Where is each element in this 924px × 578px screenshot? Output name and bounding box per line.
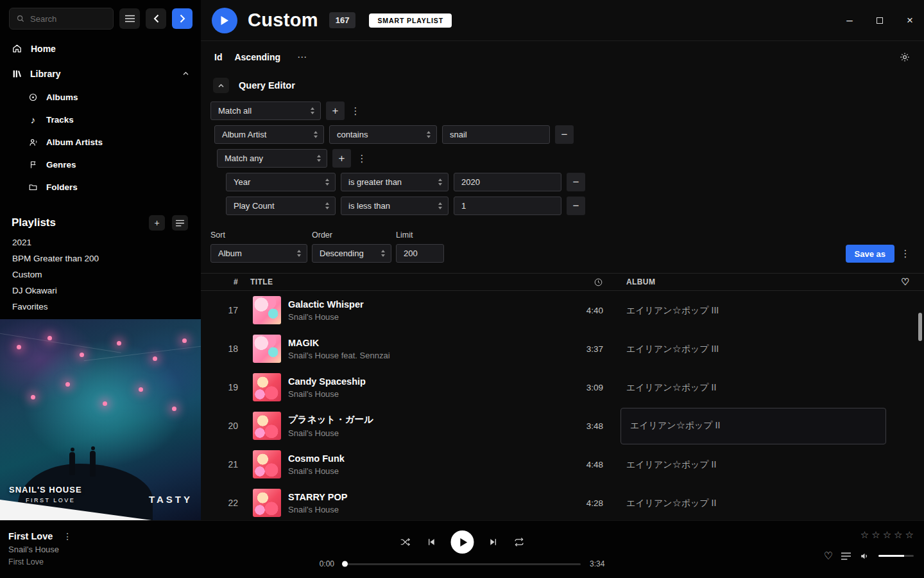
sidebar-item-album-artists[interactable]: Album Artists [0, 131, 201, 153]
sidebar-item-library[interactable]: Library [0, 61, 201, 86]
chevron-up-icon[interactable] [182, 71, 189, 76]
track-duration: 3:48 [563, 421, 603, 431]
updown-icon [314, 131, 318, 138]
rule-options-button[interactable]: ⋮ [356, 149, 368, 168]
match-any-dropdown[interactable]: Match any [217, 149, 327, 168]
save-as-button[interactable]: Save as [846, 245, 894, 263]
previous-track-button[interactable] [426, 537, 437, 547]
limit-group: Limit [396, 231, 444, 263]
repeat-button[interactable] [513, 536, 526, 548]
limit-input[interactable] [396, 244, 444, 263]
collapse-query-editor-button[interactable] [213, 78, 229, 93]
flag-icon [28, 160, 38, 170]
close-button[interactable]: × [905, 14, 915, 27]
sidebar-toolbar [0, 0, 201, 36]
playlist-item[interactable]: 2021 [0, 234, 201, 250]
sort-order-limit-row: Sort Album Order Descending Limit Save a… [210, 231, 924, 263]
star-icon[interactable]: ☆ [871, 529, 880, 541]
add-rule-button[interactable]: + [326, 101, 345, 120]
play-playlist-button[interactable] [212, 8, 237, 33]
add-rule-button[interactable]: + [332, 149, 351, 168]
shuffle-button[interactable] [399, 536, 412, 548]
more-options-button[interactable]: ⋯ [297, 51, 307, 63]
table-row[interactable]: 17 Galactic WhisperSnail's House 4:40 エイ… [201, 291, 924, 329]
rule-field-dropdown[interactable]: Play Count [226, 197, 336, 215]
seek-bar[interactable] [343, 563, 581, 565]
star-icon[interactable]: ☆ [894, 529, 902, 541]
star-icon[interactable]: ☆ [905, 529, 914, 541]
maximize-button[interactable] [875, 14, 885, 27]
track-thumbnail [253, 296, 281, 324]
remove-rule-button[interactable]: − [567, 197, 585, 215]
rule-operator-dropdown[interactable]: is less than [341, 197, 449, 215]
star-icon[interactable]: ☆ [883, 529, 891, 541]
add-playlist-button[interactable]: + [149, 215, 165, 231]
table-row[interactable]: 19 Candy SpaceshipSnail's House 3:09 エイリ… [201, 368, 924, 407]
track-duration: 4:28 [563, 498, 603, 508]
sidebar-item-home[interactable]: Home [0, 36, 201, 61]
next-track-button[interactable] [488, 537, 499, 547]
table-row[interactable]: 20 プラネット・ガールSnail's House 3:48 エイリアン☆ポップ… [201, 407, 924, 445]
column-album[interactable]: ALBUM [622, 277, 887, 286]
sort-dropdown[interactable]: Album [210, 244, 307, 263]
playlist-item[interactable]: BPM Greater than 200 [0, 250, 201, 267]
column-title[interactable]: TITLE [250, 277, 273, 286]
menu-button[interactable] [119, 8, 140, 29]
track-duration: 4:40 [563, 306, 603, 315]
search-input[interactable] [30, 14, 107, 24]
sort-order-button[interactable]: Ascending [234, 52, 280, 62]
dropdown-value: Year [234, 177, 250, 187]
rule-options-button[interactable]: ⋮ [350, 101, 361, 120]
queue-icon[interactable] [841, 552, 851, 560]
playlist-item[interactable]: DJ Okawari [0, 283, 201, 299]
chevron-right-icon [180, 14, 185, 23]
playlist-item[interactable]: Favorites [0, 299, 201, 315]
sort-field-button[interactable]: Id [214, 52, 222, 62]
query-editor-title: Query Editor [239, 80, 295, 91]
duration-column-clock-icon[interactable] [563, 277, 603, 287]
rule-value-input[interactable] [442, 125, 550, 144]
rule-field-dropdown[interactable]: Album Artist [214, 125, 324, 144]
rule-value-input[interactable] [454, 197, 561, 215]
volume-icon[interactable] [859, 551, 870, 561]
table-row[interactable]: 22 STARRY POPSnail's House 4:28 エイリアン☆ポッ… [201, 484, 924, 520]
order-dropdown[interactable]: Descending [312, 244, 391, 263]
rule-field-dropdown[interactable]: Year [226, 173, 336, 191]
dropdown-value: contains [337, 130, 368, 139]
rule-row: Play Count is less than − [226, 197, 924, 215]
minimize-button[interactable]: – [844, 14, 855, 27]
track-duration: 3:37 [563, 344, 603, 354]
seek-knob[interactable] [342, 561, 348, 567]
album-cell-highlight[interactable]: エイリアン☆ポップ II [620, 408, 886, 444]
rule-operator-dropdown[interactable]: contains [329, 125, 437, 144]
track-title: MAGIK [288, 338, 563, 348]
play-pause-button[interactable] [451, 530, 474, 554]
now-playing-menu-button[interactable]: ⋮ [63, 531, 72, 541]
list-scrollbar[interactable] [918, 313, 922, 341]
remove-rule-button[interactable]: − [555, 125, 574, 144]
search-box[interactable] [9, 8, 114, 30]
star-icon[interactable]: ☆ [860, 529, 869, 541]
now-playing-artwork: SNAIL'S HOUSE FIRST LOVE TASTY [0, 319, 201, 520]
rule-operator-dropdown[interactable]: is greater than [341, 173, 449, 191]
playlist-item[interactable]: Custom [0, 267, 201, 283]
sidebar-item-albums[interactable]: Albums [0, 86, 201, 109]
remove-rule-button[interactable]: − [567, 173, 585, 191]
table-row[interactable]: 18 MAGIKSnail's House feat. Sennzai 3:37… [201, 329, 924, 368]
save-options-button[interactable]: ⋮ [900, 244, 911, 263]
rule-value-input[interactable] [454, 173, 561, 191]
table-row[interactable]: 21 Cosmo FunkSnail's House 4:48 エイリアン☆ポッ… [201, 445, 924, 484]
sidebar-item-genres[interactable]: Genres [0, 153, 201, 176]
gear-icon[interactable] [899, 51, 911, 63]
sidebar-item-label: Home [31, 44, 56, 54]
playlist-options-button[interactable] [172, 215, 188, 231]
favorite-heart-icon[interactable]: ♡ [824, 550, 833, 562]
sidebar-item-tracks[interactable]: ♪ Tracks [0, 109, 201, 131]
volume-slider[interactable] [878, 555, 914, 557]
sidebar-item-folders[interactable]: Folders [0, 176, 201, 198]
favorite-column-heart-icon[interactable]: ♡ [887, 276, 924, 288]
match-all-dropdown[interactable]: Match all [210, 101, 321, 120]
back-button[interactable] [146, 8, 166, 29]
forward-button[interactable] [172, 8, 193, 29]
column-number[interactable]: # [201, 277, 238, 286]
